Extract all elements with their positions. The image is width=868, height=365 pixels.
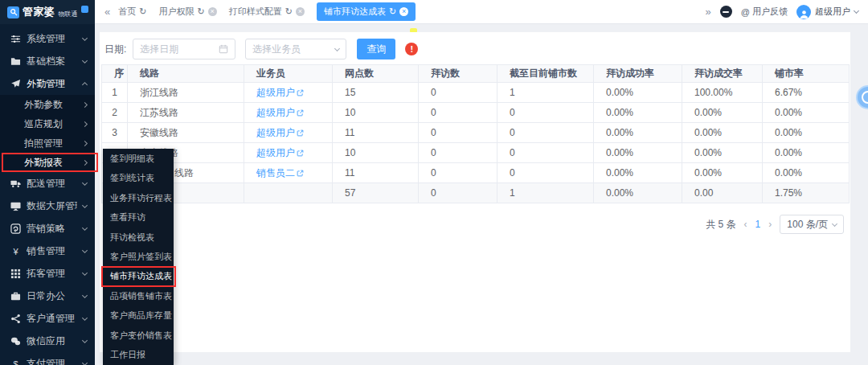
yen-icon: ¥ [10, 246, 21, 256]
tab[interactable]: 铺市拜访达成表 [317, 2, 416, 21]
sidebar-item[interactable]: 外勤参数 [0, 95, 95, 114]
sidebar-item[interactable]: 外勤管理 [0, 72, 95, 95]
sidebar-item[interactable]: $ 支付管理 [0, 352, 95, 365]
flyout-menu-item[interactable]: 客户变价销售表 [103, 326, 174, 345]
table-cell: 超级用户 [244, 123, 333, 143]
chevron-icon [82, 359, 88, 365]
chevron-icon [82, 57, 88, 63]
magnifier-icon [7, 6, 19, 18]
sidebar-item[interactable]: 系统管理 [0, 27, 95, 50]
salesman-link[interactable]: 超级用户 [256, 87, 295, 98]
sidebar-item[interactable]: 日常办公 [0, 285, 95, 307]
overflow-tabs-icon[interactable]: » [706, 6, 711, 18]
close-icon[interactable] [208, 7, 217, 16]
flyout-menu-item[interactable]: 工作日报 [103, 346, 174, 365]
refresh-icon[interactable] [285, 6, 293, 17]
date-picker-input[interactable]: 选择日期 [133, 39, 235, 59]
flyout-menu-item[interactable]: 拜访检视表 [103, 228, 174, 247]
sidebar-item[interactable]: 巡店规划 [0, 114, 95, 133]
column-header: 业务员 [244, 65, 333, 83]
flyout-item-label: 客户照片签到表 [110, 251, 172, 263]
sidebar-item-label: 基础档案 [27, 55, 77, 68]
table-cell: 0.00% [594, 163, 682, 183]
flyout-item-label: 签到明细表 [110, 153, 154, 165]
flyout-menu-item[interactable]: 业务拜访行程表 [103, 188, 174, 207]
salesman-link[interactable]: 销售员二 [256, 167, 295, 178]
date-filter-label: 日期: [104, 43, 126, 56]
tab-strip: « 首页 用户权限 打印样式配置 铺 [95, 0, 868, 24]
sidebar-item[interactable]: 拍照管理 [0, 133, 95, 153]
logo-badge-icon [81, 6, 88, 13]
salesman-select[interactable]: 选择业务员 [245, 39, 346, 59]
close-icon[interactable] [296, 7, 305, 16]
chevron-icon [82, 35, 88, 40]
sidebar-item-label: 数据大屏管理 [27, 199, 77, 213]
floating-help-button[interactable] [856, 85, 868, 109]
tab[interactable]: 用户权限 [158, 6, 216, 18]
flyout-menu-item[interactable]: 客户照片签到表 [103, 247, 174, 266]
sidebar-item-label: 外勤管理 [27, 77, 77, 91]
refresh-icon[interactable] [197, 6, 204, 17]
flyout-menu-item[interactable]: 查看拜访 [103, 207, 174, 227]
search-button[interactable]: 查询 [357, 39, 395, 59]
tab-label: 首页 [118, 6, 136, 18]
flyout-menu-item[interactable]: 签到明细表 [103, 149, 174, 168]
sidebar-item[interactable]: 微信应用 [0, 330, 95, 352]
flyout-menu-item[interactable]: 品项销售铺市表 [103, 286, 174, 306]
sidebar-item-label: 支付管理 [27, 357, 77, 365]
sidebar-item[interactable]: ¥ 销售管理 [0, 240, 95, 262]
salesman-link[interactable]: 超级用户 [256, 127, 295, 138]
wechat-icon [10, 336, 21, 347]
sidebar-item[interactable]: 外勤报表 [0, 153, 95, 172]
column-header: 拜访数 [419, 65, 497, 83]
svg-text:$: $ [13, 359, 18, 365]
alert-exclamation-icon[interactable] [405, 43, 418, 55]
flyout-menu-item[interactable]: 客户商品库存量 [103, 306, 174, 326]
sidebar-item[interactable]: 基础档案 [0, 50, 95, 72]
main-content: 日期: 选择日期 选择业务员 查询 [95, 24, 868, 365]
tab-label: 用户权限 [158, 6, 194, 18]
folder-icon [10, 56, 21, 67]
close-icon[interactable] [399, 7, 408, 16]
table-cell: 0.00 [682, 183, 763, 203]
table-cell: 2 [102, 103, 128, 123]
refresh-icon[interactable] [139, 6, 146, 17]
collapse-tabs-icon[interactable]: « [104, 6, 110, 18]
refresh-icon[interactable] [389, 6, 396, 17]
salesman-link[interactable]: 超级用户 [256, 147, 295, 158]
flyout-item-label: 拜访检视表 [110, 232, 154, 244]
feedback-button[interactable]: 用户反馈 [741, 6, 788, 18]
brand-logo: 管家婆 物联通 [0, 0, 95, 24]
column-header: 截至目前铺市数 [497, 65, 594, 83]
salesman-link[interactable]: 超级用户 [256, 107, 295, 118]
chevron-icon [82, 247, 88, 252]
filter-bar: 日期: 选择日期 选择业务员 查询 [103, 39, 847, 59]
next-page-icon[interactable]: › [768, 219, 772, 230]
column-header: 线路 [128, 65, 244, 83]
page-number[interactable]: 1 [755, 219, 761, 230]
chevron-icon [82, 224, 88, 230]
strategy-icon [10, 224, 21, 234]
table-cell: 0.00% [594, 143, 682, 163]
table-row: 3安徽线路超级用户11000.00%0.00%0.00% [102, 123, 850, 143]
sidebar-item[interactable]: 配送管理 [0, 172, 95, 195]
flyout-menu-item[interactable]: 签到统计表 [103, 168, 174, 187]
table-cell: 0.00% [682, 103, 763, 123]
tab[interactable]: 首页 [118, 6, 146, 18]
flyout-menu-item[interactable]: 铺市拜访达成表 [103, 267, 174, 286]
sidebar-item[interactable]: 营销策略 [0, 217, 95, 240]
do-not-disturb-icon[interactable] [720, 6, 732, 18]
page-size-select[interactable]: 100 条/页 [780, 215, 844, 234]
prev-page-icon[interactable]: ‹ [744, 219, 747, 230]
table-cell: 0 [419, 103, 497, 123]
sidebar-item[interactable]: 客户通管理 [0, 307, 95, 330]
user-menu[interactable]: 超级用户 [796, 5, 858, 19]
table-cell: 超级用户 [244, 143, 333, 163]
table-cell: 0.00% [763, 103, 850, 123]
sidebar-item-label: 巡店规划 [24, 117, 83, 131]
sidebar-item[interactable]: 数据大屏管理 [0, 195, 95, 217]
sidebar-item[interactable]: 拓客管理 [0, 262, 95, 285]
table-cell: 11 [333, 163, 419, 183]
tab[interactable]: 打印样式配置 [229, 6, 305, 18]
feedback-label: 用户反馈 [752, 6, 788, 18]
